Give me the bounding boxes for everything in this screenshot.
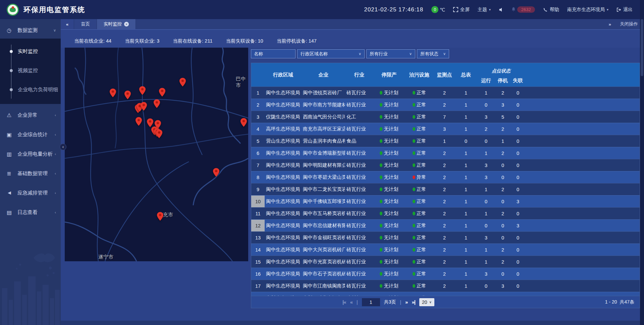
close-tab-icon[interactable]: × xyxy=(124,22,129,26)
table-row[interactable]: 15阆中生态环境局阆中市光富页岩机砖厂砖瓦行业无计划正常21120 xyxy=(251,256,640,268)
sidebar-item-5[interactable]: ◄应急减排管理‹ xyxy=(0,184,61,201)
table-row[interactable]: 10阆中生态环境局阆中千佛镇五郎垭页岩砖瓦行业无计划正常21003 xyxy=(251,195,640,207)
table-row[interactable]: 3仪陇生态环境局西南油气田分公司川中化工无计划正常71350 xyxy=(251,111,640,123)
prev-page-button[interactable]: « xyxy=(350,299,353,305)
cell-stop-count: 0 xyxy=(495,271,510,277)
status-select[interactable]: 所有状态∨ xyxy=(417,49,449,58)
table-row[interactable]: 13阆中生态环境局阆中市金福旺页岩机砖砖瓦行业无计划正常21300 xyxy=(251,231,640,243)
cell-total-meters: 1 xyxy=(455,151,477,156)
tabs-scroll-right-button[interactable]: » xyxy=(608,22,611,27)
map-pin-icon[interactable] xyxy=(159,88,165,97)
cell-run-count: 0 xyxy=(477,199,495,204)
cell-company: 阆中市南方节能建材有 xyxy=(302,102,345,108)
sidebar-subitem-0[interactable]: 实时监控 xyxy=(0,42,61,61)
org-dropdown[interactable]: 南充市生态环境局▾ xyxy=(567,7,608,13)
table-row[interactable]: 8阆中生态环境局阆中市枣碧大梁山页岩砖瓦行业无计划异常21300 xyxy=(251,171,640,183)
cell-limit-status: 无计划 xyxy=(373,102,405,108)
vertical-scrollbar[interactable] xyxy=(640,0,644,325)
horizontal-scrollbar[interactable] xyxy=(61,321,640,325)
map-pin-icon[interactable] xyxy=(139,86,146,95)
cell-facility-status: 正常 xyxy=(405,198,434,205)
table-row[interactable]: 1阆中生态环境局阆中强锐页岩砖厂砖瓦行业无计划正常21120 xyxy=(251,87,640,99)
tabs-scroll-left-button[interactable]: « xyxy=(61,19,74,29)
map-pin-icon[interactable] xyxy=(147,118,153,127)
cell-monitor-count: 2 xyxy=(434,283,455,289)
cell-facility-status: 正常 xyxy=(405,234,434,241)
map-pin-icon[interactable] xyxy=(179,78,186,87)
sidebar-item-label: 企业用电量分析 xyxy=(17,151,55,157)
sidebar-menu: ◷数据监测∨实时监控视频监控企业电力负荷明细⚠企业异常‹▣企业综合统计‹▥企业用… xyxy=(0,19,61,221)
first-page-button[interactable]: |« xyxy=(342,299,346,305)
sidebar-item-1[interactable]: ⚠企业异常‹ xyxy=(0,107,61,123)
notification-count-badge: 2632 xyxy=(517,6,535,13)
region-select[interactable]: 行政区域名称∨ xyxy=(297,49,365,58)
status-dot-icon xyxy=(413,272,415,276)
cell-monitor-count: 2 xyxy=(434,223,455,228)
page-number-input[interactable]: 1 xyxy=(362,298,380,306)
row-index: 1 xyxy=(251,87,265,99)
mute-button[interactable] xyxy=(499,7,503,12)
sidebar-item-2[interactable]: ▣企业综合统计‹ xyxy=(0,126,61,143)
cell-industry: 砖瓦行业 xyxy=(345,150,373,156)
stat-item-0: 当前在线企业: 44 xyxy=(74,38,111,48)
map-pin-icon[interactable] xyxy=(141,102,147,111)
cell-stop-count: 1 xyxy=(495,139,510,144)
map-pin-icon[interactable] xyxy=(110,89,116,97)
table-row[interactable]: 7阆中生态环境局阆中明阳建材有限公司砖瓦行业无计划正常21300 xyxy=(251,159,640,171)
theme-dropdown[interactable]: 主题▾ xyxy=(478,7,491,13)
status-dot-icon xyxy=(413,236,415,239)
industry-select[interactable]: 所有行业∨ xyxy=(366,49,415,58)
close-operations-button[interactable]: 关闭操作 xyxy=(620,21,638,27)
table-row[interactable]: 2阆中生态环境局阆中市南方节能建材有砖瓦行业无计划正常21030 xyxy=(251,99,640,111)
map-pin-icon[interactable] xyxy=(240,118,247,127)
table-row[interactable]: 4高坪生态环境局南充市高坪区王家店建砖瓦行业无计划正常31220 xyxy=(251,123,640,135)
sidebar-collapse-button[interactable]: ‹ xyxy=(60,144,66,150)
bar-chart-icon: ▥ xyxy=(7,151,15,157)
cell-company: 阆中市二龙长宝页岩砖 xyxy=(302,186,345,193)
map-pin-icon[interactable] xyxy=(154,99,160,108)
cell-lost-count: 0 xyxy=(510,235,526,240)
page-size-select[interactable]: 20∨ xyxy=(419,298,434,306)
table-row[interactable]: 17阆中生态环境局阆中市江南镇阆南页岩砖瓦行业无计划正常21030 xyxy=(251,280,640,292)
tab-0[interactable]: 首页 xyxy=(74,19,97,29)
table-row[interactable]: 11阆中生态环境局阆中市五马桥页岩机砖砖瓦行业无计划正常21120 xyxy=(251,207,640,219)
sidebar-item-6[interactable]: ▤日志查看‹ xyxy=(0,204,61,221)
sidebar-subitem-1[interactable]: 视频监控 xyxy=(0,61,61,80)
table-row[interactable]: 5营山生态环境局营山县润丰肉食品有限食品无计划正常10010 xyxy=(251,135,640,147)
sidebar-item-3[interactable]: ▥企业用电量分析‹ xyxy=(0,146,61,162)
logout-button[interactable]: 退出 xyxy=(616,7,633,13)
row-index: 6 xyxy=(251,147,265,159)
cell-lost-count: 3 xyxy=(510,223,526,228)
map-pin-icon[interactable] xyxy=(124,91,131,99)
fullscreen-button[interactable]: 全屏 xyxy=(453,7,470,13)
status-dot-icon xyxy=(413,284,415,288)
sidebar-item-label: 基础数据管理 xyxy=(17,170,55,177)
table-row[interactable]: 16阆中生态环境局阆中市石子页岩机砖厂砖瓦行业无计划正常21300 xyxy=(251,268,640,280)
sidebar-subitem-2[interactable]: 企业电力负荷明细 xyxy=(0,80,61,99)
tab-1[interactable]: 实时监控× xyxy=(97,19,136,29)
table-row[interactable]: 6阆中生态环境局阆中市金博瑞新型墙材砖瓦行业无计划正常21120 xyxy=(251,147,640,159)
status-dot-icon xyxy=(380,163,382,167)
last-page-button[interactable]: »| xyxy=(412,299,415,305)
cell-company: 阆中千佛镇五郎垭页岩 xyxy=(302,198,345,205)
map-canvas[interactable]: 巴中市南充市遂宁市 xyxy=(65,48,248,261)
cell-stop-count: 0 xyxy=(495,175,510,180)
map-pin-icon[interactable] xyxy=(156,129,162,138)
next-page-button[interactable]: » xyxy=(405,299,408,305)
cell-limit-status: 无计划 xyxy=(373,114,405,120)
map-pin-icon[interactable] xyxy=(136,117,142,126)
cell-limit-status: 无计划 xyxy=(373,222,405,229)
table-row[interactable]: 14阆中生态环境局阆中大兴页岩机砖厂砖瓦行业无计划正常21120 xyxy=(251,243,640,256)
help-button[interactable]: 帮助 xyxy=(543,7,559,13)
table-row[interactable]: 12阆中生态环境局阆中市忠信建材有限公砖瓦行业无计划正常21003 xyxy=(251,219,640,231)
cell-facility-status: 正常 xyxy=(405,90,434,96)
map-pin-icon[interactable] xyxy=(213,168,219,177)
cell-facility-status: 正常 xyxy=(405,247,434,253)
sidebar-item-4[interactable]: ≣基础数据管理‹ xyxy=(0,165,61,182)
sidebar-item-0[interactable]: ◷数据监测∨ xyxy=(0,22,61,39)
name-search-input[interactable] xyxy=(251,49,296,58)
notifications-button[interactable]: 2632 xyxy=(511,6,535,13)
table-row[interactable]: 9阆中生态环境局阆中市二龙长宝页岩砖砖瓦行业无计划正常21120 xyxy=(251,183,640,195)
cell-region: 阆中生态环境局 xyxy=(265,222,302,229)
map-pin-icon[interactable] xyxy=(157,212,163,221)
